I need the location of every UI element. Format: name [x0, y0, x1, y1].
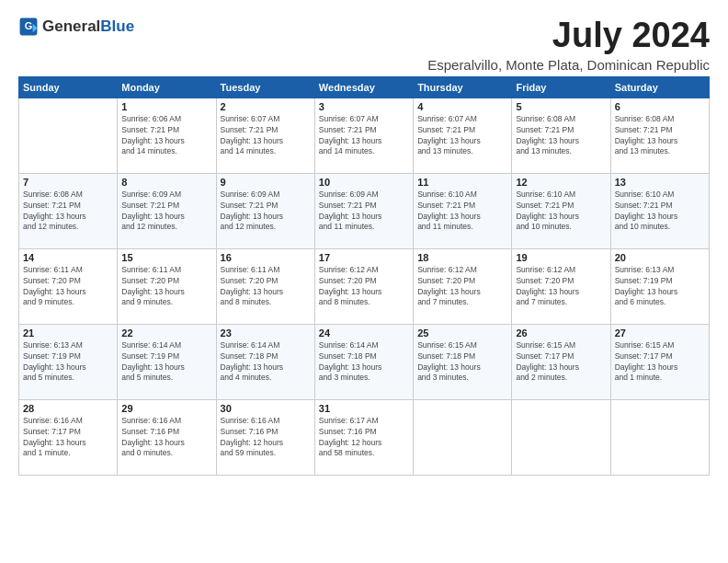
location-subtitle: Esperalvillo, Monte Plata, Dominican Rep… — [427, 57, 710, 73]
day-info: Sunrise: 6:09 AM Sunset: 7:21 PM Dayligh… — [319, 190, 409, 234]
day-info: Sunrise: 6:15 AM Sunset: 7:17 PM Dayligh… — [615, 340, 705, 385]
calendar-cell: 4Sunrise: 6:07 AM Sunset: 7:21 PM Daylig… — [414, 98, 512, 173]
day-info: Sunrise: 6:12 AM Sunset: 7:20 PM Dayligh… — [319, 265, 409, 309]
day-info: Sunrise: 6:10 AM Sunset: 7:21 PM Dayligh… — [516, 190, 606, 234]
day-number: 2 — [221, 101, 311, 112]
calendar-week-1: 1Sunrise: 6:06 AM Sunset: 7:21 PM Daylig… — [19, 98, 710, 173]
calendar-cell: 24Sunrise: 6:14 AM Sunset: 7:18 PM Dayli… — [314, 324, 413, 399]
day-number: 1 — [121, 101, 211, 112]
day-info: Sunrise: 6:09 AM Sunset: 7:21 PM Dayligh… — [221, 190, 311, 234]
svg-text:G: G — [25, 20, 33, 31]
day-number: 14 — [23, 252, 113, 263]
day-info: Sunrise: 6:17 AM Sunset: 7:16 PM Dayligh… — [319, 416, 409, 460]
day-number: 8 — [121, 177, 211, 188]
day-info: Sunrise: 6:07 AM Sunset: 7:21 PM Dayligh… — [417, 114, 507, 158]
day-info: Sunrise: 6:08 AM Sunset: 7:21 PM Dayligh… — [516, 114, 606, 158]
day-number: 15 — [121, 252, 211, 263]
day-number: 4 — [417, 101, 507, 112]
calendar-cell: 18Sunrise: 6:12 AM Sunset: 7:20 PM Dayli… — [414, 248, 512, 324]
header-saturday: Saturday — [610, 76, 709, 98]
day-info: Sunrise: 6:15 AM Sunset: 7:18 PM Dayligh… — [417, 340, 507, 385]
day-number: 10 — [319, 177, 409, 188]
calendar-cell — [610, 399, 709, 475]
header-thursday: Thursday — [414, 76, 512, 98]
day-number: 9 — [221, 177, 311, 188]
calendar-cell: 6Sunrise: 6:08 AM Sunset: 7:21 PM Daylig… — [610, 98, 709, 173]
calendar-cell: 15Sunrise: 6:11 AM Sunset: 7:20 PM Dayli… — [118, 248, 216, 324]
header-sunday: Sunday — [19, 76, 118, 98]
header-friday: Friday — [512, 76, 610, 98]
calendar-cell: 7Sunrise: 6:08 AM Sunset: 7:21 PM Daylig… — [19, 173, 118, 248]
day-info: Sunrise: 6:14 AM Sunset: 7:19 PM Dayligh… — [121, 340, 211, 385]
day-info: Sunrise: 6:11 AM Sunset: 7:20 PM Dayligh… — [221, 265, 311, 309]
header-monday: Monday — [118, 76, 216, 98]
day-number: 27 — [615, 327, 705, 339]
day-number: 21 — [23, 327, 113, 339]
calendar-cell — [19, 98, 118, 173]
logo-text-blue: Blue — [100, 17, 134, 35]
calendar-cell: 27Sunrise: 6:15 AM Sunset: 7:17 PM Dayli… — [610, 324, 709, 399]
calendar-cell: 22Sunrise: 6:14 AM Sunset: 7:19 PM Dayli… — [118, 324, 216, 399]
calendar-table: SundayMondayTuesdayWednesdayThursdayFrid… — [18, 76, 710, 476]
header-tuesday: Tuesday — [216, 76, 314, 98]
logo-icon: G — [18, 17, 39, 37]
calendar-cell: 3Sunrise: 6:07 AM Sunset: 7:21 PM Daylig… — [314, 98, 413, 173]
calendar-cell: 23Sunrise: 6:14 AM Sunset: 7:18 PM Dayli… — [216, 324, 314, 399]
calendar-week-5: 28Sunrise: 6:16 AM Sunset: 7:17 PM Dayli… — [19, 399, 710, 475]
title-block: July 2024 Esperalvillo, Monte Plata, Dom… — [427, 17, 710, 73]
day-info: Sunrise: 6:16 AM Sunset: 7:16 PM Dayligh… — [221, 416, 311, 460]
calendar-cell: 19Sunrise: 6:12 AM Sunset: 7:20 PM Dayli… — [512, 248, 610, 324]
calendar-cell: 30Sunrise: 6:16 AM Sunset: 7:16 PM Dayli… — [216, 399, 314, 475]
day-info: Sunrise: 6:14 AM Sunset: 7:18 PM Dayligh… — [221, 340, 311, 385]
header-wednesday: Wednesday — [314, 76, 413, 98]
calendar-cell: 14Sunrise: 6:11 AM Sunset: 7:20 PM Dayli… — [19, 248, 118, 324]
calendar-header-row: SundayMondayTuesdayWednesdayThursdayFrid… — [19, 76, 710, 98]
day-info: Sunrise: 6:09 AM Sunset: 7:21 PM Dayligh… — [121, 190, 211, 234]
day-number: 22 — [121, 327, 211, 339]
day-info: Sunrise: 6:10 AM Sunset: 7:21 PM Dayligh… — [615, 190, 705, 234]
calendar-week-3: 14Sunrise: 6:11 AM Sunset: 7:20 PM Dayli… — [19, 248, 710, 324]
calendar-cell: 9Sunrise: 6:09 AM Sunset: 7:21 PM Daylig… — [216, 173, 314, 248]
day-info: Sunrise: 6:11 AM Sunset: 7:20 PM Dayligh… — [121, 265, 211, 309]
day-info: Sunrise: 6:12 AM Sunset: 7:20 PM Dayligh… — [516, 265, 606, 309]
day-info: Sunrise: 6:06 AM Sunset: 7:21 PM Dayligh… — [121, 114, 211, 158]
day-info: Sunrise: 6:10 AM Sunset: 7:21 PM Dayligh… — [417, 190, 507, 234]
day-info: Sunrise: 6:12 AM Sunset: 7:20 PM Dayligh… — [417, 265, 507, 309]
day-number: 20 — [615, 252, 705, 263]
calendar-cell: 25Sunrise: 6:15 AM Sunset: 7:18 PM Dayli… — [414, 324, 512, 399]
day-number: 19 — [516, 252, 606, 263]
calendar-cell — [414, 399, 512, 475]
calendar-cell: 11Sunrise: 6:10 AM Sunset: 7:21 PM Dayli… — [414, 173, 512, 248]
calendar-cell: 13Sunrise: 6:10 AM Sunset: 7:21 PM Dayli… — [610, 173, 709, 248]
day-number: 26 — [516, 327, 606, 339]
day-number: 7 — [23, 177, 113, 188]
calendar-week-2: 7Sunrise: 6:08 AM Sunset: 7:21 PM Daylig… — [19, 173, 710, 248]
day-number: 23 — [221, 327, 311, 339]
day-info: Sunrise: 6:16 AM Sunset: 7:17 PM Dayligh… — [23, 416, 113, 460]
calendar-cell: 29Sunrise: 6:16 AM Sunset: 7:16 PM Dayli… — [118, 399, 216, 475]
day-info: Sunrise: 6:14 AM Sunset: 7:18 PM Dayligh… — [319, 340, 409, 385]
calendar-cell: 26Sunrise: 6:15 AM Sunset: 7:17 PM Dayli… — [512, 324, 610, 399]
calendar-cell: 17Sunrise: 6:12 AM Sunset: 7:20 PM Dayli… — [314, 248, 413, 324]
calendar-cell: 28Sunrise: 6:16 AM Sunset: 7:17 PM Dayli… — [19, 399, 118, 475]
day-number: 17 — [319, 252, 409, 263]
day-number: 29 — [121, 403, 211, 414]
calendar-cell: 2Sunrise: 6:07 AM Sunset: 7:21 PM Daylig… — [216, 98, 314, 173]
day-number: 31 — [319, 403, 409, 414]
day-info: Sunrise: 6:07 AM Sunset: 7:21 PM Dayligh… — [319, 114, 409, 158]
calendar-cell: 16Sunrise: 6:11 AM Sunset: 7:20 PM Dayli… — [216, 248, 314, 324]
calendar-cell: 1Sunrise: 6:06 AM Sunset: 7:21 PM Daylig… — [118, 98, 216, 173]
page-title: July 2024 — [427, 17, 710, 55]
day-info: Sunrise: 6:11 AM Sunset: 7:20 PM Dayligh… — [23, 265, 113, 309]
day-number: 28 — [23, 403, 113, 414]
day-number: 24 — [319, 327, 409, 339]
logo: G GeneralBlue — [18, 17, 134, 37]
logo-text-general: General — [42, 17, 100, 35]
day-number: 5 — [516, 101, 606, 112]
day-info: Sunrise: 6:08 AM Sunset: 7:21 PM Dayligh… — [615, 114, 705, 158]
day-info: Sunrise: 6:13 AM Sunset: 7:19 PM Dayligh… — [615, 265, 705, 309]
calendar-cell: 5Sunrise: 6:08 AM Sunset: 7:21 PM Daylig… — [512, 98, 610, 173]
calendar-cell: 31Sunrise: 6:17 AM Sunset: 7:16 PM Dayli… — [314, 399, 413, 475]
calendar-cell: 12Sunrise: 6:10 AM Sunset: 7:21 PM Dayli… — [512, 173, 610, 248]
day-number: 30 — [221, 403, 311, 414]
